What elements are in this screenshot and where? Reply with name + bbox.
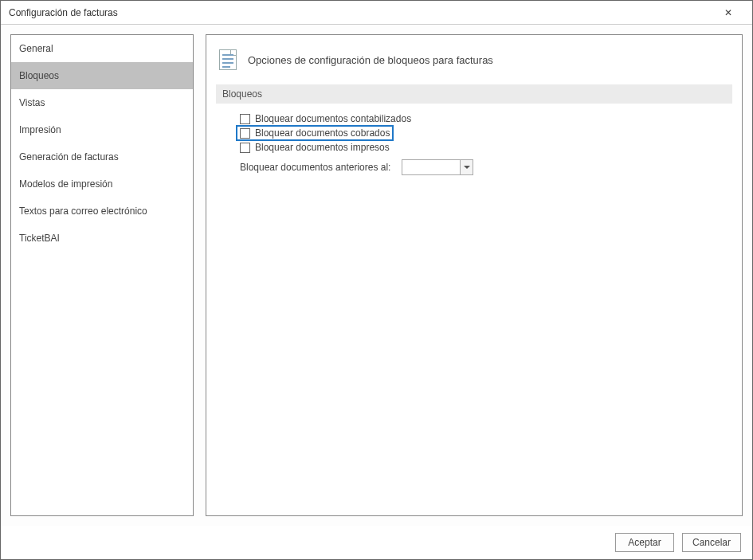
section-label: Bloqueos [216,84,732,104]
checkbox-row-contabilizados: Bloquear documentos contabilizados [240,112,724,126]
sidebar-item-label: Generación de facturas [19,151,119,163]
sidebar-item-label: Textos para correo electrónico [19,206,147,217]
date-dropdown-button[interactable] [460,160,473,174]
window-title: Configuración de facturas [9,7,712,18]
close-icon: ✕ [724,7,732,18]
sidebar-item-label: TicketBAI [19,233,60,244]
dialog-body: General Bloqueos Vistas Impresión Genera… [1,25,752,526]
cancel-button[interactable]: Cancelar [682,533,741,552]
checkbox-label: Bloquear documentos contabilizados [255,113,411,124]
footer: Aceptar Cancelar [1,526,752,559]
sidebar-item-label: Impresión [19,124,61,135]
section-body: Bloquear documentos contabilizados Bloqu… [216,104,732,183]
checkbox-contabilizados[interactable] [240,114,250,124]
checkbox-cobrados[interactable] [240,128,250,139]
checkbox-label: Bloquear documentos impresos [255,142,390,153]
sidebar-item-ticketbai[interactable]: TicketBAI [11,225,193,252]
sidebar-item-textos-correo[interactable]: Textos para correo electrónico [11,198,193,225]
date-input[interactable] [402,159,473,175]
sidebar: General Bloqueos Vistas Impresión Genera… [10,34,194,516]
sidebar-item-label: General [19,43,53,54]
sidebar-item-label: Bloqueos [19,70,59,81]
date-filter-row: Bloquear documentos anteriores al: [240,155,724,175]
accept-button[interactable]: Aceptar [615,533,674,552]
titlebar: Configuración de facturas ✕ [1,1,752,25]
close-button[interactable]: ✕ [712,1,744,24]
chevron-down-icon [464,166,470,169]
checkbox-label: Bloquear documentos cobrados [255,127,390,139]
content-panel: Opciones de configuración de bloqueos pa… [206,34,743,516]
date-filter-label: Bloquear documentos anteriores al: [240,162,390,173]
checkbox-impresos[interactable] [240,143,250,153]
checkbox-row-cobrados: Bloquear documentos cobrados [237,126,393,140]
content-header: Opciones de configuración de bloqueos pa… [216,45,732,84]
checkbox-row-impresos: Bloquear documentos impresos [240,140,724,155]
sidebar-item-bloqueos[interactable]: Bloqueos [11,62,193,89]
sidebar-item-generacion-facturas[interactable]: Generación de facturas [11,143,193,170]
sidebar-item-label: Modelos de impresión [19,178,112,190]
date-value[interactable] [402,160,460,174]
sidebar-item-impresion[interactable]: Impresión [11,116,193,143]
document-icon [219,49,237,70]
sidebar-item-general[interactable]: General [11,35,193,62]
sidebar-item-modelos-impresion[interactable]: Modelos de impresión [11,170,193,198]
sidebar-item-vistas[interactable]: Vistas [11,89,193,116]
sidebar-item-label: Vistas [19,97,45,108]
content-heading: Opciones de configuración de bloqueos pa… [248,54,493,66]
